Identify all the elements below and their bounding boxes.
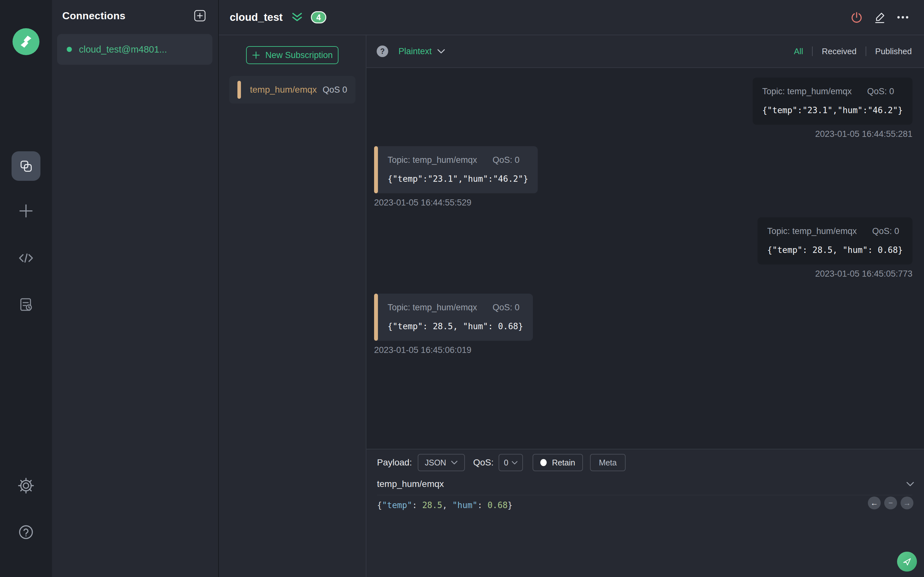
edit-pencil-icon[interactable] xyxy=(873,10,887,24)
message-payload: {"temp":"23.1","hum":"46.2"} xyxy=(762,105,903,115)
left-nav-sidebar xyxy=(0,0,52,577)
payload-format-current: JSON xyxy=(425,458,446,467)
message-topic: Topic: temp_hum/emqx xyxy=(388,155,477,165)
log-icon xyxy=(18,297,34,312)
message-bubble: Topic: temp_hum/emqx QoS: 0 {"temp":"23.… xyxy=(374,146,538,193)
received-color-bar xyxy=(374,293,378,341)
arrow-right-icon[interactable]: → xyxy=(901,496,913,509)
double-chevron-down-icon[interactable] xyxy=(291,12,303,23)
mqttx-app-window: Connections cloud_test@m4801... cloud_te… xyxy=(0,0,924,577)
connection-name: cloud_test@m4801... xyxy=(79,44,167,55)
qos-current: 0 xyxy=(504,458,508,467)
received-message: Topic: temp_hum/emqx QoS: 0 {"temp": 28.… xyxy=(374,293,533,355)
new-subscription-button[interactable]: New Subscription xyxy=(246,46,338,64)
editor-token: : xyxy=(477,500,487,510)
message-payload: {"temp":"23.1","hum":"46.2"} xyxy=(388,174,528,184)
new-subscription-label: New Subscription xyxy=(265,50,333,60)
published-message: Topic: temp_hum/emqx QoS: 0 {"temp":"23.… xyxy=(753,77,913,139)
message-timestamp: 2023-01-05 16:44:55:529 xyxy=(374,198,471,208)
subscription-qos: QoS 0 xyxy=(322,85,347,95)
connection-list-item[interactable]: cloud_test@m4801... xyxy=(57,34,212,65)
minus-icon[interactable]: − xyxy=(884,496,897,509)
sidebar-item-log[interactable] xyxy=(16,295,36,314)
payload-editor[interactable]: {"temp": 28.5, "hum": 0.68} xyxy=(377,500,913,510)
plus-square-icon[interactable] xyxy=(194,10,206,22)
message-payload: {"temp": 28.5, "hum": 0.68} xyxy=(767,245,903,255)
chevron-down-icon[interactable] xyxy=(906,482,914,487)
connections-panel: Connections cloud_test@m4801... xyxy=(52,0,219,577)
subscriptions-column: New Subscription temp_hum/emqx QoS 0 xyxy=(219,35,367,577)
arrow-left-icon[interactable]: ← xyxy=(868,496,881,509)
messages-column: ? Plaintext All Received Published xyxy=(367,35,924,577)
topic-input[interactable]: temp_hum/emqx xyxy=(377,479,906,489)
subscription-item[interactable]: temp_hum/emqx QoS 0 xyxy=(229,76,355,103)
topic-divider xyxy=(377,495,913,495)
header-actions xyxy=(850,10,910,24)
publish-panel: Payload: JSON QoS: 0 xyxy=(367,449,924,577)
sidebar-item-settings[interactable] xyxy=(16,476,36,495)
connections-title: Connections xyxy=(62,10,126,22)
message-timestamp: 2023-01-05 16:45:06:019 xyxy=(374,345,471,355)
filter-all[interactable]: All xyxy=(785,47,812,56)
editor-token: "hum" xyxy=(452,500,477,510)
connection-status-dot xyxy=(67,47,72,52)
published-message: Topic: temp_hum/emqx QoS: 0 {"temp": 28.… xyxy=(758,218,913,279)
topic-input-row: temp_hum/emqx xyxy=(377,479,913,489)
qos-dropdown[interactable]: 0 xyxy=(499,454,523,471)
sidebar-item-script[interactable] xyxy=(16,248,36,268)
send-button[interactable] xyxy=(897,552,917,572)
retain-dot-icon xyxy=(540,459,547,466)
subscription-count-badge: 4 xyxy=(311,11,326,23)
received-message: Topic: temp_hum/emqx QoS: 0 {"temp":"23.… xyxy=(374,146,538,208)
plus-icon xyxy=(252,51,260,59)
payload-label: Payload: xyxy=(377,458,412,468)
message-qos: QoS: 0 xyxy=(867,87,894,97)
filter-published[interactable]: Published xyxy=(866,47,914,56)
publish-controls: Payload: JSON QoS: 0 xyxy=(377,454,913,471)
power-icon[interactable] xyxy=(850,10,864,24)
subscription-topic: temp_hum/emqx xyxy=(250,85,322,95)
message-topic: Topic: temp_hum/emqx xyxy=(762,87,852,97)
message-payload: {"temp": 28.5, "hum": 0.68} xyxy=(388,322,523,331)
connections-header: Connections xyxy=(52,0,218,22)
editor-token: "temp" xyxy=(382,500,412,510)
settings-gear-icon xyxy=(18,478,34,494)
messages-toolbar: ? Plaintext All Received Published xyxy=(367,35,924,68)
sidebar-item-connections[interactable] xyxy=(11,151,40,181)
filter-received[interactable]: Received xyxy=(813,47,865,56)
help-question-icon xyxy=(18,524,34,540)
received-color-bar xyxy=(374,146,378,193)
message-filters: All Received Published xyxy=(785,47,914,56)
message-qos: QoS: 0 xyxy=(872,226,899,236)
connection-header-bar: cloud_test 4 xyxy=(219,0,924,35)
send-icon xyxy=(902,556,912,567)
message-qos: QoS: 0 xyxy=(493,303,519,313)
retain-label: Retain xyxy=(552,458,575,467)
editor-token: : xyxy=(412,500,422,510)
payload-format-select[interactable]: Plaintext xyxy=(399,47,445,56)
retain-toggle[interactable]: Retain xyxy=(533,454,583,471)
message-topic: Topic: temp_hum/emqx xyxy=(388,303,477,313)
new-connection-plus-icon xyxy=(18,203,34,219)
message-qos: QoS: 0 xyxy=(493,155,519,165)
message-bubble: Topic: temp_hum/emqx QoS: 0 {"temp": 28.… xyxy=(374,293,533,341)
editor-token: , xyxy=(443,500,452,510)
meta-label: Meta xyxy=(599,458,617,467)
sidebar-item-help[interactable] xyxy=(16,522,36,542)
message-timestamp: 2023-01-05 16:45:05:773 xyxy=(815,269,913,279)
message-bubble: Topic: temp_hum/emqx QoS: 0 {"temp": 28.… xyxy=(758,218,913,264)
editor-token: 28.5 xyxy=(422,500,443,510)
ellipsis-icon[interactable] xyxy=(896,10,910,24)
editor-token: 0.68 xyxy=(487,500,507,510)
payload-format-value: Plaintext xyxy=(399,47,432,56)
sidebar-item-new-connection[interactable] xyxy=(16,201,36,221)
message-list[interactable]: Topic: temp_hum/emqx QoS: 0 {"temp":"23.… xyxy=(367,68,924,449)
main-body: New Subscription temp_hum/emqx QoS 0 ? P… xyxy=(219,35,924,577)
chevron-down-icon xyxy=(451,460,458,465)
editor-token: { xyxy=(377,500,382,510)
question-circle-icon[interactable]: ? xyxy=(376,45,388,57)
message-history-nav: ← − → xyxy=(868,496,913,509)
payload-format-dropdown[interactable]: JSON xyxy=(418,454,465,471)
subscription-color-marker xyxy=(237,81,241,99)
meta-button[interactable]: Meta xyxy=(590,454,626,471)
